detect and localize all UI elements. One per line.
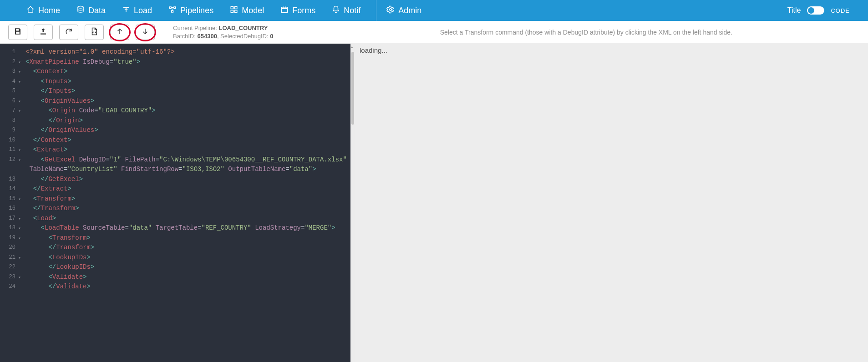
calendar-icon xyxy=(280,5,289,16)
toolbar-buttons xyxy=(8,25,155,40)
upload-alt-icon xyxy=(122,5,130,16)
editor-gutter: 123456789101112131415161718192021222324 xyxy=(0,44,16,362)
svg-rect-2 xyxy=(174,7,176,9)
selected-debug-value: 0 xyxy=(270,33,273,40)
nav-label: Data xyxy=(88,6,106,15)
nav-item-model[interactable]: Model xyxy=(222,0,272,21)
home-icon xyxy=(26,5,35,16)
nav-label: Model xyxy=(242,6,264,15)
upload-icon xyxy=(39,27,47,37)
file-code-icon xyxy=(90,27,98,37)
nav-label: Pipelines xyxy=(180,6,213,15)
nav-item-forms[interactable]: Forms xyxy=(272,0,324,21)
file-code-button[interactable] xyxy=(85,25,104,40)
refresh-button[interactable] xyxy=(59,25,78,40)
refresh-icon xyxy=(65,27,73,37)
nav-left: Home Data Load Pipelines Model xyxy=(18,0,430,21)
nav-item-data[interactable]: Data xyxy=(68,0,114,21)
sub-toolbar: Current Pipeline: LOAD_COUNTRY BatchID: … xyxy=(0,21,868,44)
save-icon xyxy=(14,27,22,37)
nav-label: Home xyxy=(38,6,60,15)
upload-button[interactable] xyxy=(34,25,53,40)
find-previous-button[interactable] xyxy=(110,25,129,40)
nav-item-admin[interactable]: Admin xyxy=(378,0,430,21)
nav-item-notif[interactable]: Notif xyxy=(324,0,369,21)
pipeline-info: Current Pipeline: LOAD_COUNTRY BatchID: … xyxy=(173,24,273,40)
nav-separator xyxy=(376,0,376,21)
arrow-down-icon xyxy=(141,27,149,37)
bell-icon xyxy=(332,5,340,16)
loading-text: loading... xyxy=(360,46,387,54)
find-next-button[interactable] xyxy=(136,25,155,40)
hint-text: Select a Transform command (those with a… xyxy=(440,29,732,36)
editor-code[interactable]: <?xml version="1.0" encoding="utf-16"?><… xyxy=(16,44,347,362)
svg-point-0 xyxy=(78,6,83,8)
svg-rect-5 xyxy=(235,6,237,9)
title-label: Title xyxy=(787,6,801,15)
main-split: 123456789101112131415161718192021222324 … xyxy=(0,44,868,362)
nav-item-home[interactable]: Home xyxy=(18,0,68,21)
scrollbar-thumb[interactable] xyxy=(351,52,354,125)
svg-rect-7 xyxy=(235,10,237,12)
svg-rect-6 xyxy=(231,10,233,12)
gear-icon xyxy=(386,5,395,16)
selected-debug-label: SelectedDebugID: xyxy=(220,33,269,40)
current-pipeline-label: Current Pipeline: xyxy=(173,25,217,31)
xml-editor[interactable]: 123456789101112131415161718192021222324 … xyxy=(0,44,350,362)
nav-label: Notif xyxy=(344,6,360,15)
pipeline-icon xyxy=(168,5,177,16)
svg-rect-8 xyxy=(281,7,288,12)
nav-label: Admin xyxy=(398,6,421,15)
nav-item-pipelines[interactable]: Pipelines xyxy=(160,0,222,21)
svg-rect-3 xyxy=(172,10,173,12)
current-pipeline-value: LOAD_COUNTRY xyxy=(218,25,268,31)
svg-point-9 xyxy=(390,8,392,10)
top-nav: Home Data Load Pipelines Model xyxy=(0,0,868,21)
nav-label: Load xyxy=(134,6,152,15)
save-button[interactable] xyxy=(8,25,27,40)
nav-right: Title CODE xyxy=(787,6,850,15)
nav-label: Forms xyxy=(292,6,315,15)
arrow-up-icon xyxy=(116,27,124,37)
splitter[interactable] xyxy=(350,44,355,362)
batch-value: 654300 xyxy=(197,33,217,40)
model-icon xyxy=(230,5,238,16)
svg-rect-4 xyxy=(231,6,233,9)
title-code-toggle[interactable] xyxy=(807,6,824,15)
database-icon xyxy=(76,5,85,16)
svg-rect-1 xyxy=(169,7,171,9)
nav-item-load[interactable]: Load xyxy=(114,0,160,21)
code-label: CODE xyxy=(831,7,850,14)
result-panel: loading... xyxy=(355,44,868,362)
batch-label: BatchID: xyxy=(173,33,196,40)
